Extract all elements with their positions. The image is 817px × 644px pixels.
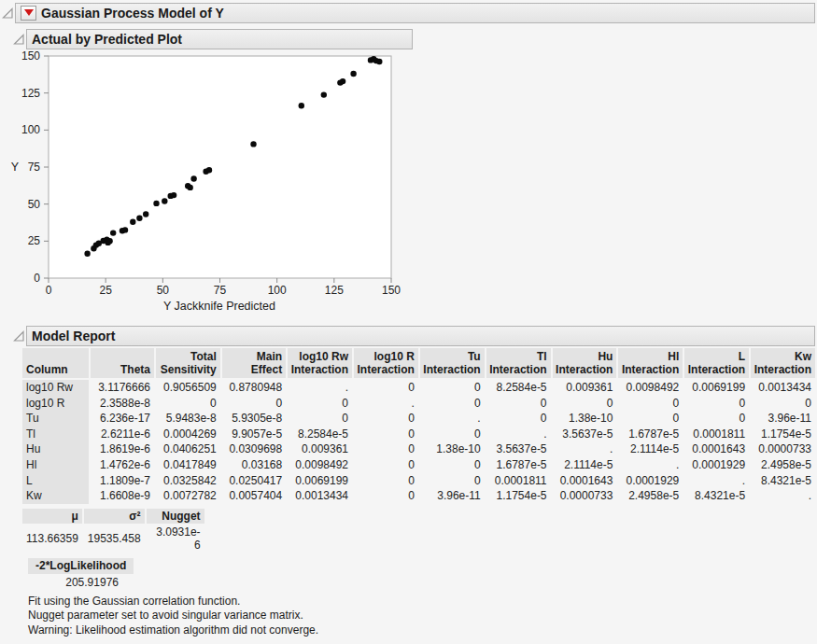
cell-value: 6.236e-17 (91, 411, 154, 427)
parameter-header: σ² (84, 509, 145, 524)
row-label: Tl (22, 427, 89, 442)
row-label: Tu (22, 411, 89, 427)
cell-value: 0.0069199 (288, 473, 352, 489)
cell-value: 2.1114e-5 (618, 441, 683, 457)
cell-value: 0 (618, 411, 683, 427)
cell-value: 0 (684, 396, 749, 412)
table-row: Hl1.4762e-60.04178490.031680.0098492001.… (22, 457, 815, 473)
y-tick-label: 75 (28, 161, 41, 174)
loglikelihood-value: 205.91976 (28, 574, 119, 589)
cell-value: 9.9057e-5 (222, 427, 286, 442)
cell-value: 0.0072782 (156, 488, 220, 504)
cell-value: 0.0098492 (288, 457, 352, 473)
cell-value: 0.009361 (553, 380, 617, 396)
red-triangle-menu-button[interactable] (21, 6, 36, 21)
cell-value: 2.1114e-5 (553, 457, 617, 473)
cell-value: 5.9483e-8 (156, 411, 220, 427)
cell-value: 0.0001643 (553, 473, 617, 489)
y-tick-label: 25 (28, 234, 41, 247)
row-label: Hl (22, 457, 89, 473)
parameter-value: 19535.458 (84, 525, 145, 553)
cell-value: 2.4958e-5 (751, 457, 815, 473)
data-point (153, 201, 159, 206)
model-report-row: Model Report (13, 326, 817, 346)
row-label: Kw (22, 488, 89, 504)
cell-value: 2.4958e-5 (618, 488, 683, 504)
disclosure-open-icon[interactable] (2, 7, 14, 20)
x-tick-label: 25 (99, 284, 112, 297)
y-tick-label: 100 (21, 123, 40, 136)
cell-value: . (486, 427, 551, 442)
column-header: Main Effect (222, 348, 286, 380)
cell-value: . (684, 473, 749, 489)
cell-value: 8.4321e-5 (751, 473, 815, 489)
column-header: Hu Interaction (553, 348, 617, 380)
cell-value: 0.0013434 (288, 488, 352, 504)
data-point (136, 216, 142, 221)
y-tick-label: 150 (21, 51, 40, 63)
model-report-title-bar[interactable]: Model Report (26, 326, 815, 346)
cell-value: 8.4321e-5 (684, 488, 749, 504)
table-row: log10 R2.3588e-8000.000000 (22, 396, 815, 412)
cell-value: 0 (618, 396, 683, 412)
data-point (299, 103, 304, 108)
cell-value: 0.0057404 (222, 488, 286, 504)
cell-value: . (288, 380, 352, 396)
parameter-value-row: 113.6635919535.4583.0931e-6 (22, 525, 204, 553)
cell-value: 0 (288, 411, 352, 427)
column-header: Tu Interaction (420, 348, 485, 380)
column-header: Tl Interaction (486, 348, 551, 380)
cell-value: 0 (684, 411, 749, 427)
cell-value: 1.1754e-5 (486, 488, 551, 504)
cell-value: 0.0001811 (486, 473, 551, 489)
cell-value: 0 (354, 457, 418, 473)
cell-value: 0.0001811 (684, 427, 749, 442)
cell-value: 0.0000733 (553, 488, 617, 504)
cell-value: 3.5637e-5 (553, 427, 617, 442)
cell-value: 0 (420, 380, 485, 396)
column-header: log10 Rw Interaction (288, 348, 352, 380)
cell-value: 2.6211e-6 (91, 427, 154, 442)
model-notes: Fit using the Gaussian correlation funct… (28, 595, 817, 637)
scatter-plot-canvas: 02550751001251500255075100125150 Y Jackk… (2, 51, 441, 320)
cell-value: 1.38e-10 (553, 411, 617, 427)
x-tick-label: 125 (325, 284, 344, 297)
parameter-value: 3.0931e-6 (147, 525, 204, 553)
disclosure-open-icon[interactable] (13, 34, 25, 46)
cell-value: 0.0417849 (156, 457, 220, 473)
note-nugget: Nugget parameter set to avoid singular v… (28, 609, 817, 623)
cell-value: 1.6787e-5 (618, 427, 683, 442)
model-report-table: ColumnThetaTotal SensitivityMain Effectl… (21, 348, 817, 504)
cell-value: 0.03168 (222, 457, 286, 473)
cell-value: 0.009361 (288, 441, 352, 457)
cell-value: 1.1809e-7 (91, 473, 154, 489)
data-point (110, 230, 116, 235)
row-label: L (22, 473, 89, 489)
cell-value: 1.6787e-5 (486, 457, 551, 473)
cell-value: 0.0001929 (618, 473, 683, 489)
table-row: log10 Rw3.11766660.90565090.8780948.008.… (22, 380, 815, 396)
disclosure-open-icon[interactable] (13, 330, 25, 343)
root-title-bar[interactable]: Gaussian Process Model of Y (15, 3, 815, 23)
cell-value: 0 (553, 396, 617, 412)
cell-value: 0.8780948 (222, 380, 286, 396)
cell-value: 0 (420, 457, 485, 473)
cell-value: 0.0004269 (156, 427, 220, 442)
cell-value: 0.0406251 (156, 441, 220, 457)
cell-value: 0 (486, 396, 551, 412)
y-tick-label: 125 (21, 87, 40, 100)
plot-section-title-bar[interactable]: Actual by Predicted Plot (26, 29, 413, 49)
y-tick-label: 50 (28, 198, 41, 211)
actual-by-predicted-plot: 02550751001251500255075100125150 Y Jackk… (2, 51, 817, 320)
table-row: Tu6.236e-175.9483e-85.9305e-800.01.38e-1… (22, 411, 815, 427)
cell-value: 1.6608e-9 (91, 488, 154, 504)
cell-value: 0.0309698 (222, 441, 286, 457)
cell-value: 0 (354, 441, 418, 457)
parameter-header-row: μσ²Nugget (22, 509, 204, 524)
column-header: L Interaction (684, 348, 749, 380)
x-tick-label: 0 (46, 284, 52, 297)
data-point (340, 78, 345, 84)
data-point (130, 219, 135, 225)
cell-value: 2.3588e-8 (91, 396, 154, 412)
table-row: Kw1.6608e-90.00727820.00574040.001343403… (22, 488, 815, 504)
